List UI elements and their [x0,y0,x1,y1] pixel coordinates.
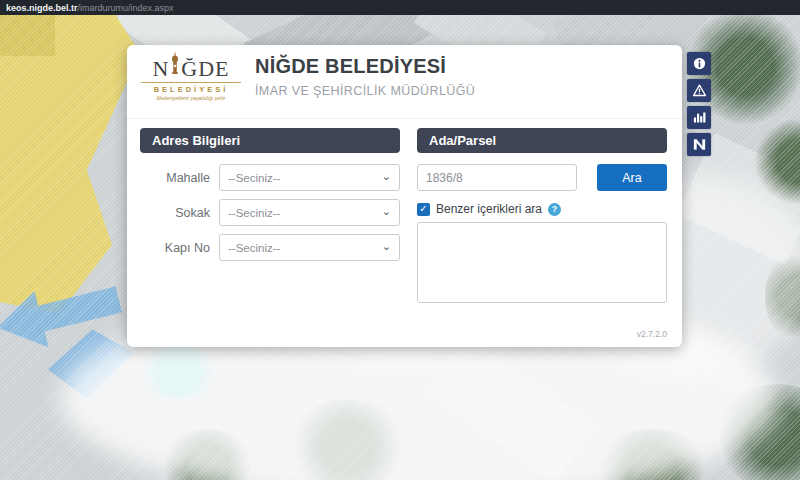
search-button[interactable]: Ara [597,164,667,191]
kapino-row: Kapı No --Seciniz-- ⌄ [140,234,400,261]
ada-parsel-input[interactable] [417,164,577,191]
warning-icon [692,83,707,98]
sokak-label: Sokak [140,206,219,220]
logo-belediyesi-text: BELEDİYESİ [141,82,241,94]
dialog-header: N ĞDE BELEDİYESİ Medeniyetlerin yaşatıld… [127,45,682,119]
mahalle-label: Mahalle [140,171,219,185]
warning-button[interactable] [687,79,711,102]
url-host: keos.nigde.bel.tr [6,3,78,13]
sokak-select[interactable]: --Seciniz-- ⌄ [219,199,400,226]
app-screen: keos.nigde.bel.tr/imardurumu/index.aspx [0,0,800,480]
page-title: NİĞDE BELEDİYESİ [255,55,446,78]
chart-button[interactable] [687,106,711,129]
clock-tower-icon [170,52,180,80]
kapino-select[interactable]: --Seciniz-- ⌄ [219,234,400,261]
url-path: /imardurumu/index.aspx [78,3,174,13]
logo-letters-gde: ĞDE [181,58,229,80]
help-icon[interactable]: ? [548,203,561,216]
nigde-municipality-logo: N ĞDE BELEDİYESİ Medeniyetlerin yaşatıld… [141,52,241,101]
page-subtitle: İMAR VE ŞEHİRCİLİK MÜDÜRLÜĞÜ [255,84,475,98]
keos-logo-icon [692,137,707,152]
results-listbox[interactable] [417,222,667,303]
mahalle-row: Mahalle --Seciniz-- ⌄ [140,164,400,191]
similar-content-label: Benzer içerikleri ara [436,202,542,216]
mahalle-select[interactable]: --Seciniz-- ⌄ [219,164,400,191]
parcel-panel-header: Ada/Parsel [417,128,667,153]
kapino-label: Kapı No [140,241,219,255]
version-label: v2.7.2.0 [637,329,667,339]
similar-content-row: ✓ Benzer içerikleri ara ? [417,202,561,216]
imar-durumu-dialog: N ĞDE BELEDİYESİ Medeniyetlerin yaşatıld… [127,45,682,347]
info-icon [692,56,707,71]
address-panel-header: Adres Bilgileri [140,128,400,153]
logo-letter-n: N [152,58,169,80]
keos-button[interactable] [687,133,711,156]
similar-content-checkbox[interactable]: ✓ [417,203,430,216]
info-button[interactable] [687,52,711,75]
browser-url-bar[interactable]: keos.nigde.bel.tr/imardurumu/index.aspx [0,0,800,15]
logo-tagline: Medeniyetlerin yaşatıldığı şehir [141,95,241,101]
bar-chart-icon [692,110,707,125]
logo-wordmark: N ĞDE [141,52,241,80]
sokak-row: Sokak --Seciniz-- ⌄ [140,199,400,226]
